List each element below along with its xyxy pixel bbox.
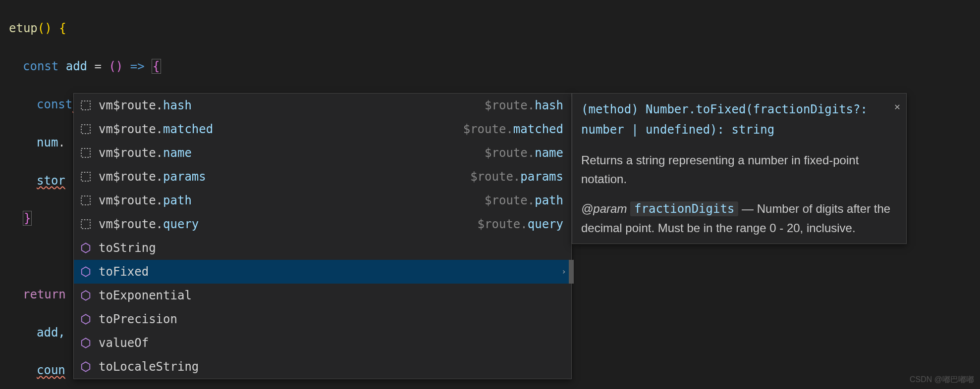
- autocomplete-item[interactable]: vm$route.query$route.query: [74, 212, 571, 236]
- code-text: coun: [37, 363, 65, 377]
- autocomplete-detail: $route.hash: [485, 96, 563, 115]
- watermark: CSDN @嘟巴嘟嘟: [910, 373, 974, 386]
- svg-rect-1: [81, 125, 90, 134]
- param-tag: @param: [581, 202, 627, 215]
- svg-rect-5: [81, 220, 90, 229]
- code-text: etup: [9, 21, 38, 35]
- autocomplete-item[interactable]: vm$route.path$route.path: [74, 189, 571, 212]
- snippet-icon: [79, 122, 93, 136]
- autocomplete-label: vm$route.params: [99, 167, 470, 186]
- doc-param: @param fractionDigits — Number of digits…: [581, 199, 897, 238]
- svg-rect-3: [81, 172, 90, 181]
- keyword-return: return: [23, 288, 66, 301]
- code-var: add: [58, 59, 94, 73]
- autocomplete-detail: $route.path: [485, 191, 563, 210]
- autocomplete-label: toString: [99, 239, 566, 257]
- close-icon[interactable]: ✕: [894, 98, 900, 114]
- snippet-icon: [79, 98, 93, 112]
- autocomplete-label: vm$route.query: [99, 215, 478, 234]
- scrollbar-thumb[interactable]: [569, 260, 574, 284]
- svg-rect-4: [81, 196, 90, 205]
- autocomplete-label: vm$route.name: [99, 144, 485, 162]
- autocomplete-item[interactable]: toExponential: [74, 284, 571, 307]
- method-icon: [79, 241, 93, 255]
- autocomplete-detail: $route.params: [470, 167, 563, 186]
- autocomplete-label: vm$route.path: [99, 191, 485, 210]
- autocomplete-item[interactable]: vm$route.hash$route.hash: [74, 94, 571, 117]
- autocomplete-label: toExponential: [99, 286, 566, 305]
- doc-signature: (method) Number.toFixed(fractionDigits?:…: [581, 99, 897, 140]
- autocomplete-label: toLocaleString: [99, 357, 566, 376]
- autocomplete-item[interactable]: vm$route.name$route.name: [74, 141, 571, 165]
- autocomplete-popup[interactable]: vm$route.hash$route.hashvm$route.matched…: [73, 93, 572, 379]
- code-text: stor: [37, 174, 65, 188]
- method-icon: [79, 336, 93, 350]
- svg-rect-2: [81, 148, 90, 157]
- svg-rect-0: [81, 101, 90, 110]
- autocomplete-label: valueOf: [99, 334, 566, 352]
- autocomplete-item[interactable]: toFixed›: [74, 260, 571, 284]
- code-var: num: [37, 136, 58, 149]
- autocomplete-item[interactable]: vm$route.params$route.params: [74, 165, 571, 189]
- chevron-right-icon: ›: [561, 265, 566, 278]
- autocomplete-item[interactable]: toString: [74, 236, 571, 260]
- keyword-const: const: [23, 59, 58, 73]
- autocomplete-label: toFixed: [99, 262, 557, 281]
- autocomplete-label: toPrecision: [99, 310, 566, 329]
- code-text: (): [109, 59, 123, 73]
- code-text: .: [58, 136, 65, 149]
- autocomplete-item[interactable]: toLocaleString: [74, 355, 571, 379]
- autocomplete-label: vm$route.matched: [99, 120, 463, 139]
- snippet-icon: [79, 217, 93, 231]
- snippet-icon: [79, 146, 93, 160]
- autocomplete-detail: $route.matched: [463, 120, 563, 139]
- autocomplete-item[interactable]: vm$route.matched$route.matched: [74, 117, 571, 141]
- bracket-close: }: [23, 211, 32, 226]
- keyword-const: const: [37, 97, 72, 111]
- method-icon: [79, 289, 93, 302]
- method-icon: [79, 265, 93, 279]
- snippet-icon: [79, 170, 93, 184]
- doc-description: Returns a string representing a number i…: [581, 151, 897, 189]
- autocomplete-detail: $route.query: [478, 215, 563, 234]
- code-text: (): [38, 21, 52, 35]
- autocomplete-detail: $route.name: [485, 144, 563, 162]
- code-text: =>: [123, 59, 152, 73]
- code-text: add,: [37, 326, 65, 340]
- autocomplete-label: vm$route.hash: [99, 96, 485, 115]
- autocomplete-item[interactable]: toPrecision: [74, 307, 571, 331]
- method-icon: [79, 360, 93, 374]
- bracket-open: {: [152, 59, 161, 74]
- code-text: =: [95, 59, 109, 73]
- autocomplete-item[interactable]: valueOf: [74, 331, 571, 355]
- snippet-icon: [79, 194, 93, 207]
- method-icon: [79, 312, 93, 326]
- param-name: fractionDigits: [630, 201, 738, 216]
- code-text: {: [52, 21, 66, 35]
- documentation-panel: ✕ (method) Number.toFixed(fractionDigits…: [572, 93, 907, 244]
